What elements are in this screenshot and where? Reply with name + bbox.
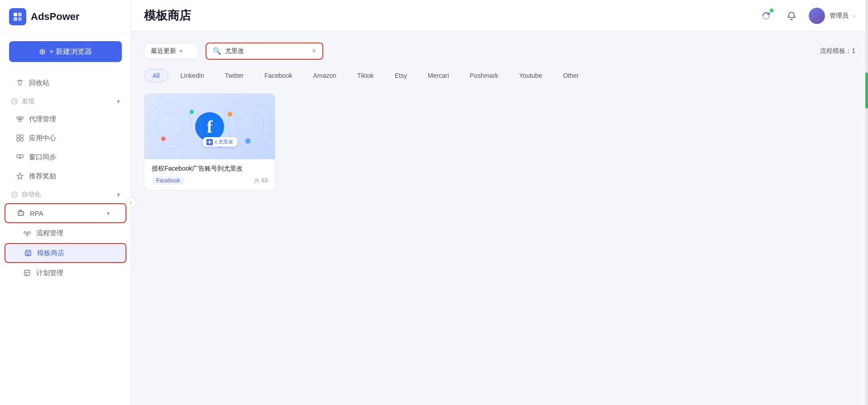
svg-point-28 [189,110,194,114]
cross-badge: x 尤里改 [203,137,237,147]
svg-rect-3 [18,17,22,21]
template-thumbnail: f x 尤里改 [144,94,275,159]
category-tabs: AllLinkedinTwitterFacebookAmazonTiktokEt… [144,69,855,82]
scrollbar-track [865,0,868,405]
category-tab-other[interactable]: Other [554,69,587,82]
proxy-icon [15,114,24,124]
chevron-down-icon: ▾ [117,98,120,105]
sort-chevron-icon: ▾ [180,48,182,54]
template-tag: Facebook [152,176,185,185]
sidebar: AdsPower ⊕ + 新建浏览器 回收站 发现 ▾ [0,0,131,405]
logo-icon [9,8,26,25]
svg-rect-9 [20,135,23,138]
scrollbar-thumb [865,72,868,109]
star-icon [15,172,24,181]
svg-point-15 [19,213,20,214]
svg-rect-1 [18,13,22,16]
template-users: 63 [254,177,268,184]
svg-rect-18 [28,232,30,233]
svg-rect-11 [20,138,23,141]
svg-rect-17 [24,232,26,233]
update-button[interactable]: ✓ [758,8,774,24]
sidebar-nav: 回收站 发现 ▾ 代理管理 [0,69,131,405]
page-body: 最近更新 ▾ 🔍 × 流程模板：1 AllLinkedinTwitterFace… [131,32,868,405]
svg-point-23 [147,104,192,148]
trash-icon [15,78,24,87]
svg-rect-8 [17,135,19,138]
sidebar-item-reward[interactable]: 推荐奖励 [5,167,126,185]
category-tab-all[interactable]: All [144,69,168,82]
sort-label: 最近更新 [151,47,176,55]
template-count: 流程模板：1 [820,47,855,55]
svg-point-19 [26,234,28,236]
category-tab-mercari[interactable]: Mercari [419,69,458,82]
sidebar-item-window-sync[interactable]: 窗口同步 [5,148,126,166]
category-tab-tiktok[interactable]: Tiktok [349,69,383,82]
avatar [809,8,825,24]
sidebar-collapse-button[interactable]: ‹ [125,197,136,208]
main-content: 模板商店 ✓ [131,0,868,405]
user-name: 管理员 [830,12,849,20]
sidebar-item-apps[interactable]: 应用中心 [5,129,126,147]
svg-point-29 [228,112,232,116]
svg-point-33 [255,179,258,181]
rpa-chevron-icon: ▾ [107,210,110,217]
sidebar-item-rpa[interactable]: RPA ▾ [5,203,126,223]
user-profile[interactable]: 管理员 › [809,8,855,24]
section-discover: 发现 ▾ [0,94,131,109]
category-tab-linkedin[interactable]: Linkedin [172,69,213,82]
svg-rect-2 [14,17,17,21]
category-tab-facebook[interactable]: Facebook [256,69,301,82]
svg-rect-13 [20,155,23,157]
rpa-icon [16,209,25,218]
category-tab-etsy[interactable]: Etsy [386,69,416,82]
header: 模板商店 ✓ [131,0,868,32]
window-sync-icon [15,152,24,162]
plan-icon [23,268,32,277]
svg-rect-0 [14,13,17,16]
svg-rect-12 [17,155,20,157]
svg-rect-14 [18,211,24,215]
svg-rect-10 [17,138,19,141]
sidebar-item-proxy[interactable]: 代理管理 [5,110,126,128]
sidebar-item-plan-mgmt[interactable]: 计划管理 [5,264,126,282]
app-name: AdsPower [31,11,80,23]
chevron-down-icon-auto: ▾ [117,191,120,198]
online-indicator: ✓ [769,8,774,13]
svg-point-25 [237,113,264,140]
search-box: 🔍 × [206,43,323,60]
clear-search-button[interactable]: × [312,47,316,55]
template-info: 授权Facebook广告账号到尤里改 Facebook 63 [144,159,275,190]
sort-dropdown[interactable]: 最近更新 ▾ [144,43,198,59]
apps-icon [15,133,24,143]
search-input[interactable] [225,48,308,55]
bell-button[interactable] [783,8,800,24]
store-icon [24,248,33,257]
header-actions: ✓ 管理员 › [758,8,855,24]
template-meta: Facebook 63 [152,176,268,185]
templates-grid: f x 尤里改 授权Facebook广告账号到尤里改 Facebook 63 [144,93,855,191]
template-name: 授权Facebook广告账号到尤里改 [152,165,268,173]
section-automation: 自动化 ▾ [0,187,131,202]
sidebar-item-flow-mgmt[interactable]: 流程管理 [5,224,126,242]
category-tab-youtube[interactable]: Youtube [511,69,551,82]
category-tab-twitter[interactable]: Twitter [216,69,252,82]
svg-point-16 [21,213,22,214]
svg-point-22 [156,113,183,140]
sidebar-item-label: 回收站 [29,79,49,87]
category-tab-amazon[interactable]: Amazon [304,69,345,82]
profile-chevron-icon: › [853,12,855,19]
new-browser-button[interactable]: ⊕ + 新建浏览器 [9,41,122,62]
svg-point-27 [161,137,166,141]
template-card[interactable]: f x 尤里改 授权Facebook广告账号到尤里改 Facebook 63 [144,93,275,191]
flow-icon [23,229,32,238]
page-title: 模板商店 [144,8,191,24]
toolbar: 最近更新 ▾ 🔍 × 流程模板：1 [144,43,855,60]
search-icon: 🔍 [213,47,221,55]
logo-area: AdsPower [0,0,131,34]
plus-icon: ⊕ [39,47,46,57]
sidebar-item-template-store[interactable]: 模板商店 [5,243,126,263]
category-tab-poshmark[interactable]: Poshmark [461,69,507,82]
svg-point-30 [245,138,250,144]
sidebar-item-recycle[interactable]: 回收站 [5,74,126,92]
